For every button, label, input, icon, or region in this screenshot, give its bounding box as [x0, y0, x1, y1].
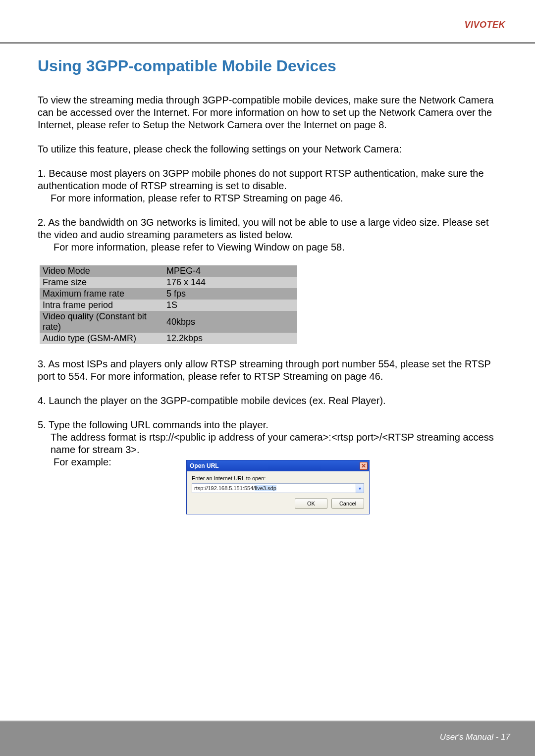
setting-key: Video quality (Constant bit rate) — [40, 311, 163, 333]
chevron-down-icon[interactable]: ▾ — [356, 484, 364, 493]
table-row: Video Mode MPEG-4 — [40, 265, 297, 277]
setting-key: Video Mode — [40, 265, 163, 277]
list-num: 1. — [38, 168, 46, 179]
ok-button[interactable]: OK — [295, 498, 327, 509]
list-subtext: The address format is rtsp://<public ip … — [38, 431, 497, 456]
list-text: As the bandwidth on 3G networks is limit… — [38, 217, 489, 240]
list-subtext: For more information, please refer to Vi… — [38, 241, 497, 253]
intro-paragraph-1: To view the streaming media through 3GPP… — [38, 94, 497, 131]
list-text: Because most players on 3GPP mobile phon… — [38, 168, 484, 191]
list-text: Launch the player on the 3GPP-compatible… — [49, 395, 385, 406]
list-item-3: 3. As most ISPs and players only allow R… — [38, 358, 497, 383]
list-item-4: 4. Launch the player on the 3GPP-compati… — [38, 395, 497, 407]
setting-key: Audio type (GSM-AMR) — [40, 333, 163, 344]
setting-key: Intra frame period — [40, 300, 163, 311]
setting-value: 12.2kbps — [163, 333, 297, 344]
list-num: 4. — [38, 395, 46, 406]
table-row: Maximum frame rate 5 fps — [40, 288, 297, 300]
dialog-label: Enter an Internet URL to open: — [192, 475, 364, 481]
brand-text: VIVOTEK — [464, 20, 505, 30]
close-icon[interactable]: ✕ — [360, 462, 368, 470]
setting-value: MPEG-4 — [163, 265, 297, 277]
setting-value: 1S — [163, 300, 297, 311]
list-item-2: 2. As the bandwidth on 3G networks is li… — [38, 216, 497, 253]
list-item-1: 1. Because most players on 3GPP mobile p… — [38, 167, 497, 204]
table-row: Frame size 176 x 144 — [40, 277, 297, 288]
setting-key: Maximum frame rate — [40, 288, 163, 300]
list-num: 2. — [38, 217, 46, 228]
setting-value: 176 x 144 — [163, 277, 297, 288]
list-text: Type the following URL commands into the… — [49, 419, 268, 430]
settings-table: Video Mode MPEG-4 Frame size 176 x 144 M… — [40, 265, 297, 344]
open-url-dialog: Open URL ✕ Enter an Internet URL to open… — [186, 460, 370, 514]
intro-paragraph-2: To utilize this feature, please check th… — [38, 143, 497, 155]
list-num: 5. — [38, 419, 46, 430]
setting-key: Frame size — [40, 277, 163, 288]
footer-text: User's Manual - 17 — [440, 732, 510, 742]
cancel-button[interactable]: Cancel — [331, 498, 364, 509]
page-title: Using 3GPP-compatible Mobile Devices — [38, 57, 497, 75]
page-footer: User's Manual - 17 — [0, 721, 535, 756]
url-prefix: rtsp://192.168.5.151:554/ — [194, 485, 255, 491]
dialog-title: Open URL — [190, 462, 219, 469]
header-divider — [0, 42, 535, 44]
list-subtext: For more information, please refer to RT… — [38, 192, 497, 204]
url-input[interactable]: rtsp://192.168.5.151:554/live3.sdp — [192, 485, 356, 491]
list-text: As most ISPs and players only allow RTSP… — [38, 358, 491, 382]
url-combobox[interactable]: rtsp://192.168.5.151:554/live3.sdp ▾ — [192, 483, 364, 493]
table-row: Video quality (Constant bit rate) 40kbps — [40, 311, 297, 333]
table-row: Intra frame period 1S — [40, 300, 297, 311]
dialog-titlebar[interactable]: Open URL ✕ — [187, 460, 369, 471]
url-selected-text: live3.sdp — [255, 485, 276, 491]
table-row: Audio type (GSM-AMR) 12.2kbps — [40, 333, 297, 344]
list-num: 3. — [38, 358, 46, 369]
setting-value: 5 fps — [163, 288, 297, 300]
setting-value: 40kbps — [163, 311, 297, 333]
